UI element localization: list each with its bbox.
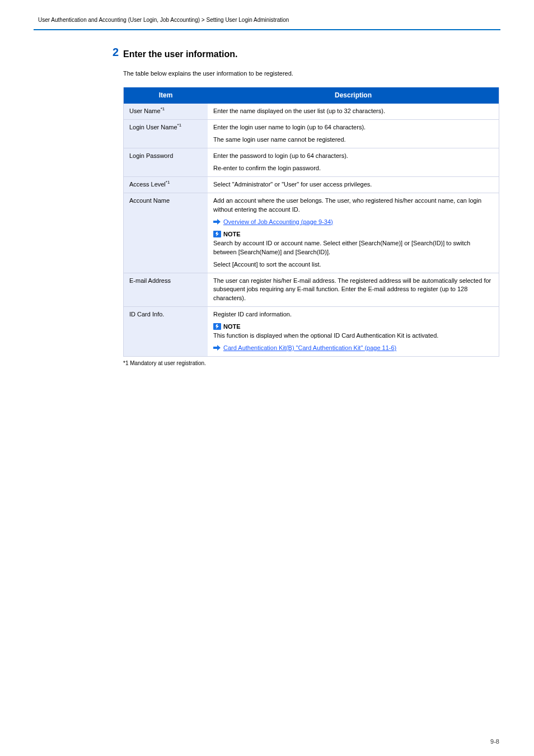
item-desc: The user can register his/her E-mail add… [213, 277, 491, 302]
item-label: Login User Name [129, 124, 177, 130]
item-label: Access Level [129, 181, 166, 188]
item-desc: Enter the name displayed on the user lis… [213, 108, 385, 114]
page-number: 9-8 [490, 738, 499, 745]
note-icon [213, 231, 221, 237]
item-label: E-mail Address [129, 277, 171, 284]
step-heading: Enter the user information. [123, 49, 499, 59]
note-label: NOTE [223, 323, 241, 330]
note-text: This function is displayed when the opti… [213, 332, 438, 339]
note-label: NOTE [223, 231, 241, 237]
item-label: User Name [129, 108, 161, 114]
intro-text: The table below explains the user inform… [123, 69, 499, 78]
item-desc: Enter the login user name to login (up t… [213, 124, 366, 130]
item-desc: Select "Administrator" or "User" for use… [213, 181, 372, 188]
footnote-star: *1 [177, 123, 182, 128]
item-label: Account Name [129, 197, 170, 204]
table-row: E-mail Address The user can register his… [124, 273, 499, 307]
svg-marker-3 [213, 345, 221, 351]
page-wrapper: User Authentication and Accounting (User… [0, 0, 534, 756]
table-footnote: *1 Mandatory at user registration. [123, 360, 499, 366]
reference-link[interactable]: Overview of Job Accounting (page 9-34) [223, 218, 333, 225]
table-row: Login Password Enter the password to log… [124, 148, 499, 177]
step-number: 2 [105, 46, 119, 59]
svg-marker-0 [213, 219, 221, 225]
footnote-star: *1 [166, 180, 170, 185]
arrow-right-icon [213, 218, 221, 225]
table-row: Account Name Add an account where the us… [124, 193, 499, 273]
col-header-description: Description [208, 87, 499, 104]
col-header-item: Item [124, 87, 208, 104]
item-desc: Add an account where the user belongs. T… [213, 197, 481, 213]
item-desc: Re-enter to confirm the login password. [213, 165, 321, 171]
item-desc: Enter the password to login (up to 64 ch… [213, 152, 348, 159]
footnote-star: *1 [161, 107, 165, 112]
arrow-right-icon [213, 344, 221, 351]
reference-link[interactable]: Card Authentication Kit(B) "Card Authent… [223, 344, 396, 351]
table-row: Login User Name*1 Enter the login user n… [124, 120, 499, 148]
item-desc: Register ID card information. [213, 311, 292, 318]
table-row: Access Level*1 Select "Administrator" or… [124, 177, 499, 193]
content-area: Enter the user information. The table be… [123, 30, 499, 366]
table-row: User Name*1 Enter the name displayed on … [124, 104, 499, 119]
note-text: Search by account ID or account name. Se… [213, 240, 470, 255]
item-label: ID Card Info. [129, 311, 164, 318]
note-icon [213, 323, 221, 330]
note-text: Select [Account] to sort the account lis… [213, 261, 321, 268]
table-row: ID Card Info. Register ID card informati… [124, 307, 499, 357]
user-info-table: Item Description User Name*1 Enter the n… [123, 87, 499, 357]
item-label: Login Password [129, 152, 173, 159]
item-desc: The same login user name cannot be regis… [213, 136, 346, 143]
breadcrumb: User Authentication and Accounting (User… [38, 17, 289, 23]
